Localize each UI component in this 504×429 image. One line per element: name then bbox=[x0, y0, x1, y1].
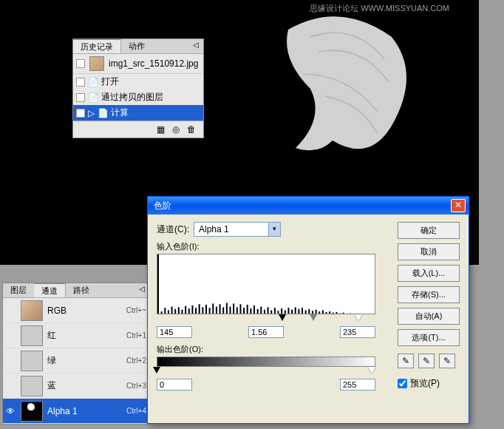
svg-rect-18 bbox=[219, 304, 221, 314]
history-step-calculations[interactable]: ▷ 📄 计算 bbox=[73, 105, 203, 121]
output-slider-track[interactable] bbox=[157, 367, 375, 377]
output-highlight-field[interactable] bbox=[340, 379, 375, 391]
options-button[interactable]: 选项(T)... bbox=[398, 329, 460, 346]
output-shadow-slider[interactable] bbox=[153, 367, 160, 374]
svg-rect-12 bbox=[199, 304, 200, 314]
svg-rect-9 bbox=[188, 308, 190, 314]
svg-rect-24 bbox=[239, 304, 241, 314]
history-step-label: 打开 bbox=[101, 75, 119, 88]
snapshot-checkbox[interactable] bbox=[76, 59, 85, 68]
chevron-down-icon[interactable]: ▾ bbox=[268, 223, 280, 236]
svg-rect-40 bbox=[295, 307, 296, 314]
channel-row-红[interactable]: 红Ctrl+1 bbox=[3, 323, 149, 348]
svg-rect-42 bbox=[302, 308, 303, 314]
tab-history[interactable]: 历史记录 bbox=[73, 39, 121, 53]
histogram-chart bbox=[157, 254, 375, 314]
ok-button[interactable]: 确定 bbox=[398, 222, 460, 239]
svg-rect-16 bbox=[212, 303, 214, 314]
svg-rect-34 bbox=[274, 308, 276, 314]
visibility-eye-icon[interactable] bbox=[6, 331, 16, 341]
tab-channels[interactable]: 通道 bbox=[34, 283, 66, 297]
tab-layers[interactable]: 图层 bbox=[3, 283, 34, 297]
highlight-slider[interactable] bbox=[355, 314, 362, 321]
svg-rect-21 bbox=[230, 307, 231, 314]
preview-checkbox[interactable] bbox=[398, 379, 407, 388]
channel-label: 通道(C): bbox=[157, 223, 189, 236]
current-state-marker-icon: ▷ bbox=[88, 108, 95, 118]
svg-rect-44 bbox=[308, 309, 310, 314]
channels-panel-tabs: 图层 通道 路径 ◁ bbox=[3, 283, 149, 298]
gray-eyedropper-icon[interactable]: ✎ bbox=[418, 354, 435, 368]
channel-row-蓝[interactable]: 蓝Ctrl+3 bbox=[3, 374, 149, 399]
channel-name: RGB bbox=[47, 305, 122, 316]
history-snapshot-row[interactable]: img1_src_1510912.jpg bbox=[73, 54, 203, 74]
step-checkbox[interactable] bbox=[76, 93, 85, 102]
svg-rect-20 bbox=[226, 303, 228, 314]
channels-panel: 图层 通道 路径 ◁ RGBCtrl+~红Ctrl+1绿Ctrl+2蓝Ctrl+… bbox=[2, 283, 150, 425]
delete-icon[interactable]: 🗑 bbox=[187, 124, 196, 135]
history-panel: 历史记录 动作 ◁ img1_src_1510912.jpg 📄 打开 📄 通过… bbox=[72, 38, 204, 138]
svg-rect-27 bbox=[250, 308, 251, 314]
new-document-from-state-icon[interactable]: ▦ bbox=[157, 124, 165, 135]
svg-rect-14 bbox=[205, 305, 207, 314]
svg-rect-32 bbox=[268, 307, 269, 314]
snapshot-thumbnail bbox=[89, 56, 104, 71]
channel-shortcut: Ctrl+1 bbox=[126, 331, 146, 340]
load-button[interactable]: 载入(L)... bbox=[398, 265, 460, 282]
midtone-slider[interactable] bbox=[310, 314, 317, 321]
input-slider-track[interactable] bbox=[157, 314, 375, 325]
channel-row-alpha1[interactable]: 👁Alpha 1Ctrl+4 bbox=[3, 399, 149, 424]
svg-rect-6 bbox=[178, 307, 180, 314]
channel-thumbnail bbox=[21, 351, 43, 371]
document-icon: 📄 bbox=[88, 77, 98, 87]
history-step-layer-copy[interactable]: 📄 通过拷贝的图层 bbox=[73, 89, 203, 105]
step-checkbox[interactable] bbox=[76, 109, 85, 118]
svg-rect-38 bbox=[287, 308, 289, 314]
output-highlight-slider[interactable] bbox=[368, 367, 375, 374]
input-highlight-field[interactable] bbox=[340, 326, 375, 338]
channel-combobox[interactable]: Alpha 1 ▾ bbox=[194, 222, 281, 237]
channel-shortcut: Ctrl+4 bbox=[126, 407, 146, 415]
white-eyedropper-icon[interactable]: ✎ bbox=[439, 354, 455, 368]
preview-checkbox-row[interactable]: 预览(P) bbox=[398, 377, 460, 390]
dialog-titlebar[interactable]: 色阶 ✕ bbox=[148, 197, 469, 214]
history-step-label: 计算 bbox=[111, 107, 129, 119]
step-checkbox[interactable] bbox=[76, 78, 85, 87]
channel-thumbnail bbox=[21, 376, 43, 396]
visibility-eye-icon[interactable] bbox=[6, 381, 16, 391]
history-step-open[interactable]: 📄 打开 bbox=[73, 74, 203, 89]
input-gamma-field[interactable] bbox=[248, 326, 284, 338]
auto-button[interactable]: 自动(A) bbox=[398, 308, 460, 325]
channel-name: 绿 bbox=[47, 354, 122, 367]
visibility-eye-icon[interactable] bbox=[6, 305, 16, 316]
black-eyedropper-icon[interactable]: ✎ bbox=[398, 354, 414, 368]
output-levels-label: 输出色阶(O): bbox=[157, 344, 389, 355]
channel-thumbnail bbox=[21, 401, 43, 422]
channel-name: Alpha 1 bbox=[47, 406, 122, 416]
tab-paths[interactable]: 路径 bbox=[66, 283, 97, 297]
document-icon: 📄 bbox=[88, 92, 98, 103]
channel-thumbnail bbox=[21, 325, 43, 346]
channel-name: 红 bbox=[47, 329, 122, 342]
tab-actions[interactable]: 动作 bbox=[121, 39, 152, 53]
channel-row-绿[interactable]: 绿Ctrl+2 bbox=[3, 348, 149, 374]
channel-row-rgb[interactable]: RGBCtrl+~ bbox=[3, 298, 149, 323]
svg-rect-22 bbox=[233, 303, 234, 314]
input-shadow-field[interactable] bbox=[157, 326, 192, 338]
save-button[interactable]: 存储(S)... bbox=[398, 286, 460, 303]
svg-rect-15 bbox=[209, 308, 211, 314]
panel-menu-icon[interactable]: ◁ bbox=[188, 39, 203, 53]
document-icon: 📄 bbox=[98, 108, 108, 118]
visibility-eye-icon[interactable]: 👁 bbox=[6, 406, 16, 416]
visibility-eye-icon[interactable] bbox=[6, 356, 16, 366]
close-button[interactable]: ✕ bbox=[451, 199, 466, 212]
output-shadow-field[interactable] bbox=[157, 379, 192, 391]
svg-rect-28 bbox=[253, 305, 255, 314]
cancel-button[interactable]: 取消 bbox=[398, 243, 460, 260]
svg-rect-13 bbox=[202, 307, 203, 314]
new-snapshot-icon[interactable]: ◎ bbox=[172, 124, 180, 135]
channel-shortcut: Ctrl+~ bbox=[126, 306, 146, 314]
svg-rect-2 bbox=[164, 308, 166, 314]
svg-rect-4 bbox=[171, 307, 173, 314]
shadow-slider[interactable] bbox=[279, 314, 286, 321]
